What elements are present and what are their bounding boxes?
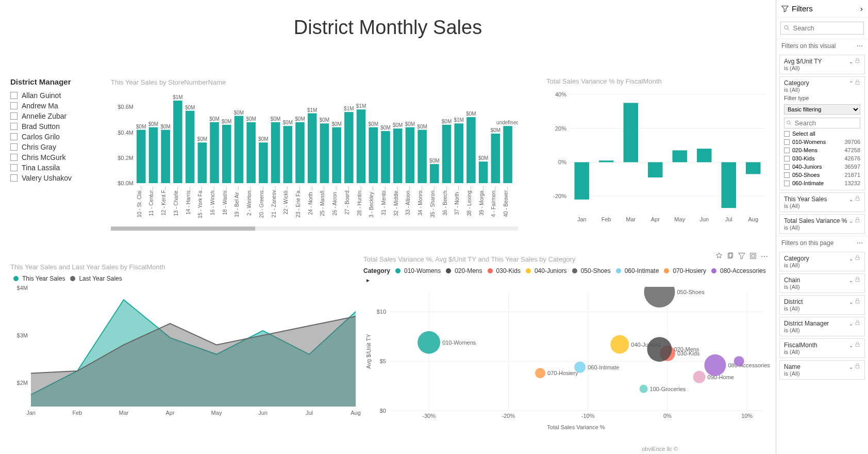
chart-variance-by-month[interactable]: Total Sales Variance % by FiscalMonth -2… [546, 77, 771, 230]
checkbox[interactable] [784, 148, 790, 153]
copy-icon[interactable] [727, 252, 734, 260]
legend-label[interactable]: 030-Kids [496, 267, 521, 274]
legend-label[interactable]: 070-Hosiery [673, 267, 706, 274]
bubble[interactable] [640, 385, 648, 393]
legend-label[interactable]: 020-Mens [455, 267, 482, 274]
more-icon[interactable]: ⋯ [857, 42, 863, 50]
bar[interactable] [320, 123, 329, 183]
filters-search[interactable] [780, 22, 864, 35]
chevron-down-icon[interactable]: ⌄ [849, 59, 853, 64]
chevron-down-icon[interactable]: ⌄ [849, 256, 853, 262]
slicer-item[interactable]: Allan Guinot [10, 90, 101, 101]
chevron-down-icon[interactable]: ⌄ [849, 197, 853, 202]
bar[interactable] [173, 101, 182, 183]
bar[interactable] [722, 162, 737, 208]
slicer-item[interactable]: Carlos Grilo [10, 132, 101, 142]
filter-card[interactable]: Chain⌄ is (All) [779, 273, 865, 293]
checkbox[interactable] [784, 156, 790, 161]
filter-icon[interactable] [738, 252, 745, 260]
bar[interactable] [357, 109, 366, 183]
bar[interactable] [648, 162, 663, 177]
slicer-item[interactable]: Chris McGurk [10, 152, 101, 163]
slicer-item[interactable]: Annelie Zubar [10, 111, 101, 121]
bubble[interactable] [418, 331, 440, 354]
filter-card[interactable]: Category⌃ is (All)Filter typeBasic filte… [779, 76, 865, 190]
slicer-item[interactable]: Valery Ushakov [10, 173, 101, 183]
bar[interactable] [466, 117, 476, 183]
bar[interactable] [442, 125, 452, 183]
bar[interactable] [697, 149, 712, 162]
bar[interactable] [344, 112, 354, 183]
bubble[interactable] [734, 356, 744, 366]
checkbox[interactable] [10, 123, 18, 130]
checkbox[interactable] [784, 172, 790, 178]
bubble[interactable] [644, 287, 675, 307]
legend-label[interactable]: 050-Shoes [581, 267, 611, 274]
pin-icon[interactable] [715, 252, 723, 260]
bar[interactable] [283, 126, 293, 183]
bubble[interactable] [704, 354, 726, 376]
checkbox[interactable] [784, 131, 790, 137]
bubble[interactable] [535, 368, 545, 378]
slicer-item[interactable]: Chris Gray [10, 142, 101, 152]
filters-search-input[interactable] [793, 24, 860, 32]
filters-header[interactable]: Filters › [776, 0, 868, 18]
filter-card[interactable]: FiscalMonth⌄ is (All) [779, 338, 865, 358]
filter-card[interactable]: District⌄ is (All) [779, 295, 865, 315]
checkbox[interactable] [784, 139, 790, 145]
checkbox[interactable] [784, 181, 790, 186]
filter-card[interactable]: Name⌄ is (All) [779, 360, 865, 380]
bar[interactable] [393, 128, 403, 183]
chevron-up-icon[interactable]: ⌃ [849, 80, 853, 86]
bar[interactable] [222, 125, 231, 183]
filter-card[interactable]: Total Sales Variance %⌄ is (All) [779, 214, 865, 234]
checkbox[interactable] [10, 143, 18, 151]
bar[interactable] [599, 160, 614, 162]
bar[interactable] [308, 113, 317, 183]
district-manager-slicer[interactable]: District Manager Allan GuinotAndrew MaAn… [10, 77, 101, 183]
filter-card[interactable]: Category⌄ is (All) [779, 252, 865, 271]
bar[interactable] [246, 122, 256, 183]
slicer-item[interactable]: Andrew Ma [10, 101, 101, 111]
slicer-item[interactable]: Brad Sutton [10, 121, 101, 132]
legend-more-icon[interactable]: ▸ [366, 277, 370, 284]
bar[interactable] [161, 130, 170, 183]
focus-icon[interactable] [749, 252, 757, 260]
chevron-down-icon[interactable]: ⌄ [849, 343, 853, 348]
filter-card[interactable]: District Manager⌄ is (All) [779, 317, 865, 336]
bar[interactable] [454, 123, 463, 183]
more-icon[interactable]: ⋯ [761, 252, 768, 260]
filter-search[interactable] [784, 118, 860, 128]
filter-search-input[interactable] [795, 119, 858, 127]
bar[interactable] [430, 164, 439, 183]
filter-option[interactable]: 050-Shoes21871 [784, 171, 860, 179]
chevron-right-icon[interactable]: › [860, 4, 863, 13]
checkbox[interactable] [10, 112, 18, 120]
bar[interactable] [624, 103, 639, 162]
legend-label[interactable]: 080-Accessories [720, 267, 766, 274]
bar[interactable] [746, 162, 761, 174]
filter-option[interactable]: 020-Mens47258 [784, 146, 860, 154]
checkbox[interactable] [10, 174, 18, 182]
filter-option[interactable]: 010-Womens39706 [784, 138, 860, 146]
bar[interactable] [259, 142, 268, 183]
filter-type-select[interactable]: Basic filtering [784, 104, 860, 115]
filter-option[interactable]: 030-Kids42676 [784, 154, 860, 163]
bubble[interactable] [610, 335, 629, 354]
bubble[interactable] [693, 371, 706, 383]
chevron-down-icon[interactable]: ⌄ [849, 299, 853, 305]
checkbox[interactable] [10, 133, 18, 140]
legend-label[interactable]: 040-Juniors [535, 267, 567, 274]
bar[interactable] [186, 111, 195, 183]
bar[interactable] [381, 131, 390, 183]
bar[interactable] [137, 130, 146, 183]
slicer-item[interactable]: Tina Lassila [10, 163, 101, 173]
bubble[interactable] [574, 362, 586, 373]
checkbox[interactable] [784, 164, 790, 170]
bar[interactable] [418, 130, 427, 183]
bar[interactable] [295, 122, 305, 183]
filter-card[interactable]: Avg $/Unit TY⌄ is (All) [779, 55, 865, 74]
more-icon[interactable]: ⋯ [857, 239, 863, 247]
bar[interactable] [369, 127, 378, 183]
checkbox[interactable] [10, 102, 18, 109]
